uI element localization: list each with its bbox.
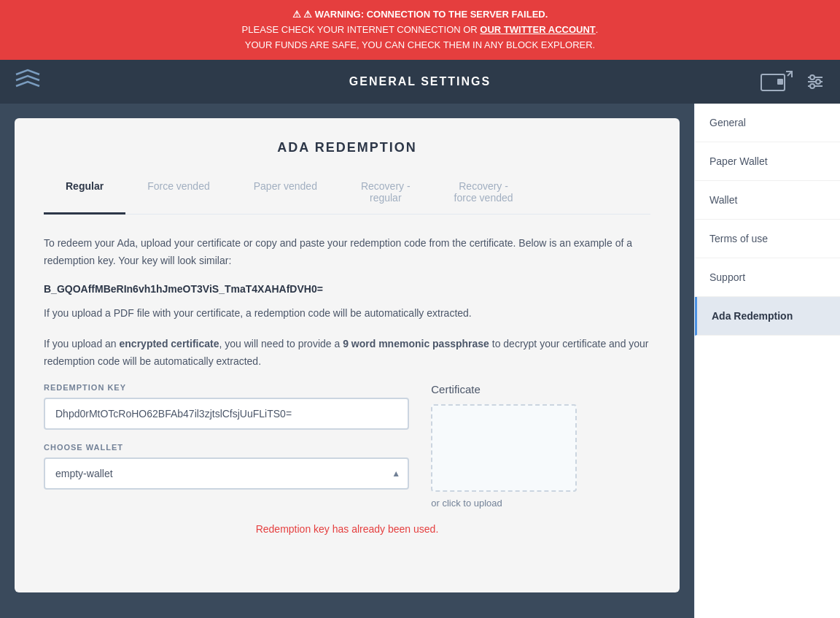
warning-title: ⚠ ⚠ WARNING: CONNECTION TO THE SERVER FA… — [15, 7, 825, 23]
svg-point-6 — [816, 80, 820, 84]
top-nav: GENERAL SETTINGS — [0, 60, 840, 104]
sidebar-item-support[interactable]: Support — [695, 258, 840, 297]
or-click-to-upload: or click to upload — [431, 498, 502, 509]
warning-line3: YOUR FUNDS ARE SAFE, YOU CAN CHECK THEM … — [15, 38, 825, 53]
sidebar-item-wallet[interactable]: Wallet — [695, 181, 840, 220]
tab-force-vended[interactable]: Force vended — [125, 173, 232, 214]
tab-recovery-regular[interactable]: Recovery -regular — [339, 173, 432, 214]
form-col-left: REDEMPTION KEY CHOOSE WALLET empty-walle… — [44, 383, 409, 509]
wallet-sync-icon[interactable] — [760, 69, 793, 95]
svg-point-7 — [810, 84, 814, 88]
form-col-right: Certificate or click to upload — [431, 383, 650, 509]
content-card: ADA REDEMPTION Regular Force vended Pape… — [15, 118, 680, 592]
warning-icon: ⚠ — [292, 9, 301, 20]
nav-left — [15, 69, 41, 95]
tab-recovery-force-vended[interactable]: Recovery -force vended — [432, 173, 535, 214]
main-content: ADA REDEMPTION Regular Force vended Pape… — [0, 104, 694, 618]
choose-wallet-label: CHOOSE WALLET — [44, 443, 409, 452]
description-2: If you upload a PDF file with your certi… — [44, 305, 650, 322]
form-row: REDEMPTION KEY CHOOSE WALLET empty-walle… — [44, 383, 650, 509]
certificate-label: Certificate — [431, 383, 481, 395]
settings-icon[interactable] — [805, 72, 825, 92]
redemption-key-label: REDEMPTION KEY — [44, 383, 409, 392]
description-3: If you upload an encrypted certificate, … — [44, 336, 650, 371]
sidebar-item-general[interactable]: General — [695, 104, 840, 142]
tabs-container: Regular Force vended Paper vended Recove… — [44, 173, 650, 215]
upload-area[interactable] — [431, 404, 577, 492]
nav-right — [760, 69, 825, 95]
wallet-select[interactable]: empty-wallet — [44, 457, 409, 490]
example-key: B_GQOAffMBeRIn6vh1hJmeOT3ViS_TmaT4XAHAfD… — [44, 283, 650, 295]
logo-icon[interactable] — [15, 69, 41, 95]
tab-regular[interactable]: Regular — [44, 173, 125, 214]
sidebar: General Paper Wallet Wallet Terms of use… — [694, 104, 840, 618]
wallet-select-wrapper: empty-wallet ▲ — [44, 457, 409, 490]
main-layout: ADA REDEMPTION Regular Force vended Pape… — [0, 104, 840, 618]
warning-banner: ⚠ ⚠ WARNING: CONNECTION TO THE SERVER FA… — [0, 0, 840, 60]
redemption-key-input[interactable] — [44, 398, 409, 430]
twitter-link[interactable]: OUR TWITTER ACCOUNT — [480, 24, 595, 35]
nav-title: GENERAL SETTINGS — [349, 75, 491, 88]
svg-rect-1 — [777, 79, 783, 85]
description-1: To redeem your Ada, upload your certific… — [44, 235, 650, 270]
tab-paper-vended[interactable]: Paper vended — [232, 173, 339, 214]
svg-point-5 — [810, 75, 814, 80]
sidebar-item-terms-of-use[interactable]: Terms of use — [695, 220, 840, 258]
error-message: Redemption key has already been used. — [44, 523, 650, 535]
sidebar-item-paper-wallet[interactable]: Paper Wallet — [695, 142, 840, 181]
warning-line2: PLEASE CHECK YOUR INTERNET CONNECTION OR… — [15, 23, 825, 38]
sidebar-item-ada-redemption[interactable]: Ada Redemption — [695, 297, 840, 336]
card-title: ADA REDEMPTION — [44, 140, 650, 155]
